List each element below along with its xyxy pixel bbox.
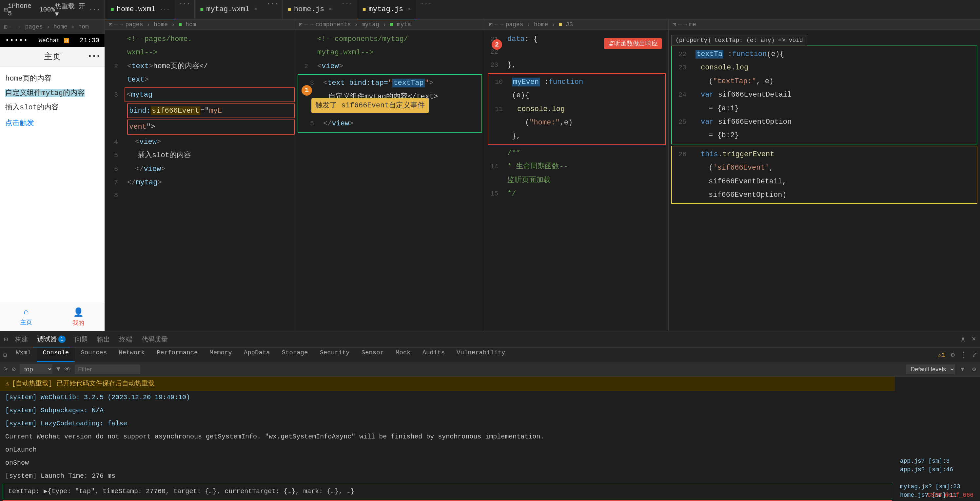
more-icon[interactable]: ⋮ bbox=[958, 348, 969, 362]
nav-fwd-1[interactable]: → bbox=[120, 21, 124, 28]
tab-close-home-js[interactable]: × bbox=[329, 6, 332, 13]
nav-icon-3[interactable]: ⊡ bbox=[489, 21, 493, 28]
link-app-js-3[interactable]: app.js? [sm]:3 bbox=[900, 458, 975, 465]
phone-nav-title: 主页 bbox=[44, 51, 61, 62]
link-mytag-js-23[interactable]: mytag.js? [sm]:23 bbox=[900, 483, 975, 490]
phone-content-area: home页的内容 自定义组件mytag的内容 插入slot的内容 点击触发 bbox=[0, 67, 105, 303]
panel-nav-icon[interactable]: ⊞ bbox=[4, 6, 8, 14]
code-panel-mytag-wxml: ⊡ ← → components › mytag › ■ myta <!--co… bbox=[295, 20, 485, 331]
nav-back-3[interactable]: ← bbox=[495, 21, 498, 28]
console-prompt-icon[interactable]: > bbox=[4, 365, 8, 373]
breadcrumb-text-4: me bbox=[689, 21, 696, 28]
console-tab-appdata[interactable]: AppData bbox=[238, 348, 276, 362]
nav-fwd-4[interactable]: → bbox=[684, 21, 687, 28]
debug-close-icon[interactable]: × bbox=[972, 335, 976, 344]
tab-close-mytag-js[interactable]: × bbox=[408, 6, 411, 13]
nav-arrow-left[interactable]: ← bbox=[10, 24, 13, 30]
code-body-2[interactable]: <!--components/mytag/ mytag.wxml--> 2 <v… bbox=[295, 30, 485, 331]
phone-link-button[interactable]: 点击触发 bbox=[5, 119, 34, 127]
link-app-js-46[interactable]: app.js? [sm]:46 bbox=[900, 466, 975, 473]
code-line: 23 }, bbox=[485, 58, 668, 72]
tab-home-wxml[interactable]: ■ home.wxml ··· bbox=[105, 0, 175, 19]
console-top-select[interactable]: top bbox=[20, 364, 52, 374]
tab-home-js[interactable]: ■ home.js × bbox=[282, 0, 337, 19]
tab-mytag-js[interactable]: ■ mytag.js × bbox=[357, 0, 416, 19]
nav-fwd-3[interactable]: → bbox=[500, 21, 504, 28]
debug-tab-debugger[interactable]: 调试器 1 bbox=[33, 331, 70, 347]
code-line: 监听页面加载 bbox=[485, 174, 668, 187]
phone-status-bar: ••••• WeChat 📶 21:30 bbox=[0, 34, 105, 47]
debug-tab-build[interactable]: 构建 bbox=[11, 331, 33, 347]
console-tab-performance[interactable]: Performance bbox=[151, 348, 204, 362]
console-levels-select[interactable]: Default levels bbox=[906, 365, 955, 374]
phone-more-dots[interactable]: ··· bbox=[89, 6, 100, 13]
nav-icon-1[interactable]: ⊡ bbox=[109, 21, 113, 28]
expand-icon[interactable]: ⤢ bbox=[969, 348, 980, 362]
warning-line: ⚠ [自动热重载] 已开始代码文件保存后自动热重载 bbox=[0, 377, 895, 391]
phone-device-label: iPhone 5 bbox=[8, 2, 39, 17]
tab-mytag-wxml[interactable]: ■ mytag.wxml × bbox=[194, 0, 262, 19]
debug-panel-icon[interactable]: ⊡ bbox=[4, 335, 8, 344]
code-body-1[interactable]: <!--pages/home. wxml--> 2 <text>home页的内容… bbox=[105, 30, 295, 331]
console-panel-icon[interactable]: ⊡ bbox=[0, 348, 10, 362]
hotreload-label[interactable]: 热重载 开▼ bbox=[55, 2, 89, 18]
console-tab-wxml[interactable]: Wxml bbox=[10, 348, 37, 362]
console-filter-input[interactable] bbox=[75, 365, 140, 374]
panel-toggle-icon[interactable]: ⊡ bbox=[4, 23, 8, 30]
console-tab-console[interactable]: Console bbox=[37, 348, 75, 362]
console-tab-memory[interactable]: Memory bbox=[204, 348, 238, 362]
nav-fwd-2[interactable]: → bbox=[310, 21, 313, 28]
tab-more-1[interactable]: ··· bbox=[175, 0, 194, 19]
tab-more-4[interactable]: ··· bbox=[416, 0, 436, 19]
wxml-icon-1: ■ bbox=[110, 6, 114, 13]
code-body-3[interactable]: 21 data: { 22 23 }, 10 bbox=[485, 30, 668, 331]
code-line: <!--components/mytag/ bbox=[295, 32, 485, 46]
console-tab-sources[interactable]: Sources bbox=[75, 348, 113, 362]
console-tab-audits[interactable]: Audits bbox=[417, 348, 451, 362]
nav-back-4[interactable]: ← bbox=[678, 21, 682, 28]
js-icon-2: ■ bbox=[363, 6, 366, 13]
spacer bbox=[900, 475, 975, 481]
code-line: }, bbox=[490, 129, 664, 143]
code-line: (e){ bbox=[490, 89, 664, 102]
console-settings-icon[interactable]: ⚙ bbox=[972, 365, 976, 373]
phone-content-line2: 自定义组件mytag的内容 bbox=[5, 86, 99, 100]
nav-icon-4[interactable]: ⊡ bbox=[673, 21, 676, 28]
nav-me-item[interactable]: 👤 我的 bbox=[52, 303, 105, 331]
settings-icon[interactable]: ⚙ bbox=[948, 348, 958, 362]
tab-close-mytag-wxml[interactable]: × bbox=[254, 6, 257, 13]
console-tab-vulnerability[interactable]: Vulnerability bbox=[451, 348, 511, 362]
console-tab-storage[interactable]: Storage bbox=[276, 348, 314, 362]
csdn-watermark: CSDN @sif_666 bbox=[928, 492, 974, 498]
console-tab-network[interactable]: Network bbox=[113, 348, 151, 362]
console-tab-security[interactable]: Security bbox=[313, 348, 355, 362]
tab-more-3[interactable]: ··· bbox=[337, 0, 357, 19]
console-stop-icon[interactable]: ⊘ bbox=[12, 365, 16, 373]
nav-icon-2[interactable]: ⊡ bbox=[299, 21, 302, 28]
debug-tab-issues[interactable]: 问题 bbox=[70, 331, 92, 347]
log-line-2: [system] Subpackages: N/A bbox=[0, 404, 895, 417]
code-line: 7 </mytag> bbox=[105, 176, 295, 189]
console-tab-mock[interactable]: Mock bbox=[390, 348, 417, 362]
breadcrumb-panel1: ⊡ ← → pages › home › ■ hom bbox=[105, 20, 295, 30]
nav-back-2[interactable]: ← bbox=[304, 21, 308, 28]
tab-more-2[interactable]: ··· bbox=[262, 0, 282, 19]
nav-back-1[interactable]: ← bbox=[115, 21, 118, 28]
console-tab-sensor[interactable]: Sensor bbox=[356, 348, 390, 362]
tab-close-home-wxml[interactable]: ··· bbox=[160, 6, 170, 13]
debug-tab-terminal[interactable]: 终端 bbox=[115, 331, 137, 347]
debug-chevron-up[interactable]: ∧ bbox=[961, 335, 965, 344]
debug-tab-quality[interactable]: 代码质量 bbox=[137, 331, 172, 347]
log-line-5: onLaunch bbox=[0, 443, 895, 457]
nav-home-item[interactable]: ⌂ 主页 bbox=[0, 303, 52, 331]
console-eye-icon[interactable]: 👁 bbox=[64, 365, 71, 373]
phone-nav-more[interactable]: ••• bbox=[88, 52, 100, 60]
me-nav-icon: 👤 bbox=[73, 307, 84, 318]
nav-arrow-right[interactable]: → bbox=[17, 24, 21, 30]
code-body-4[interactable]: 22 textTa :function(e){ 23 console.log (… bbox=[669, 41, 980, 331]
top-tab-bar: ⊞ iPhone 5 100% 热重载 开▼ ··· ■ home.wxml ·… bbox=[0, 0, 980, 20]
debug-tab-output[interactable]: 输出 bbox=[92, 331, 115, 347]
debug-panel: ⊡ 构建 调试器 1 问题 输出 终端 代码质量 ∧ × ⊡ Wxml Cons… bbox=[0, 331, 980, 501]
badge-1: 1 bbox=[302, 85, 312, 96]
warning-icon: ⚠1 bbox=[935, 348, 948, 362]
